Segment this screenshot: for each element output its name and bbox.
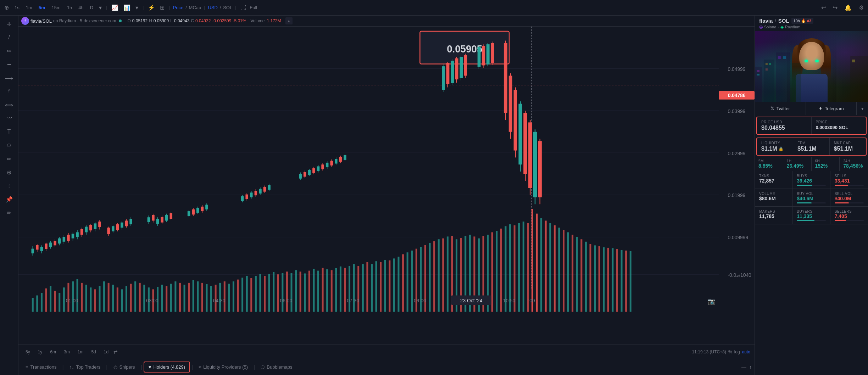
auto-button[interactable]: auto — [742, 349, 750, 354]
svg-rect-204 — [156, 219, 159, 224]
timeframe-3m-button[interactable]: 3m — [61, 348, 73, 356]
mktcap-cell: MKT CAP $51.1M — [830, 138, 866, 155]
svg-rect-29 — [72, 281, 74, 312]
emoji-tool[interactable]: ☺ — [4, 140, 15, 151]
price-mode-button[interactable]: Price — [173, 5, 184, 10]
pin-tool[interactable]: 📌 — [4, 194, 15, 205]
pct-button[interactable]: % — [728, 349, 732, 354]
currency-sol-button[interactable]: SOL — [223, 5, 232, 10]
tab-lp-label: Liquidity Providers (5) — [203, 364, 248, 370]
svg-rect-0 — [18, 27, 755, 345]
svg-rect-172 — [67, 235, 70, 241]
collapse-button[interactable]: ∧ — [285, 17, 293, 24]
brush-tool[interactable]: 〰 — [4, 113, 15, 124]
currency-usd-button[interactable]: USD — [208, 5, 217, 10]
timeframe-d-button[interactable]: D — [88, 4, 95, 12]
draw-tool[interactable]: ✏ — [4, 45, 15, 57]
tab-holders[interactable]: ♥ Holders (4,829) — [144, 362, 190, 373]
svg-rect-30 — [77, 279, 78, 312]
ohlc-low-val: 0.04943 — [174, 18, 189, 23]
zoom-tool[interactable]: ⊕ — [4, 167, 15, 178]
timeframe-4h-button[interactable]: 4h — [76, 4, 85, 12]
cursor-tool[interactable]: ✛ — [4, 18, 15, 30]
fib-tool[interactable]: 𝔣 — [4, 86, 15, 97]
abc-tool[interactable]: T — [4, 126, 15, 138]
timeframe-dropdown-button[interactable]: ▾ — [98, 3, 103, 12]
svg-rect-125 — [500, 229, 502, 312]
ray-tool[interactable]: ⟶ — [4, 72, 15, 84]
chart-type-candle-button[interactable]: 📊 — [122, 3, 132, 12]
trend-line-tool[interactable]: / — [4, 32, 15, 43]
svg-rect-230 — [259, 189, 262, 194]
svg-text::00: :00 — [528, 298, 535, 303]
timeframe-5m-button[interactable]: 5m — [37, 4, 48, 12]
full-button[interactable]: Full — [250, 5, 257, 10]
fullscreen-icon[interactable]: ⛶ — [239, 3, 247, 12]
timeframe-1m-button[interactable]: 1m — [24, 4, 34, 12]
chart-type-dropdown-button[interactable]: ▾ — [134, 3, 140, 12]
templates-button[interactable]: ⊞ — [158, 3, 166, 12]
measure-tool[interactable]: ⟺ — [4, 99, 15, 111]
compare-button[interactable]: ⇄ — [113, 349, 118, 355]
svg-rect-153 — [625, 251, 627, 312]
svg-rect-53 — [179, 283, 181, 312]
tab-liquidity-providers[interactable]: ≈ Liquidity Providers (5) — [194, 362, 252, 372]
svg-rect-36 — [103, 281, 105, 312]
mcap-mode-button[interactable]: MCap — [189, 5, 201, 10]
timeframe-1d-button[interactable]: 1d — [101, 348, 111, 356]
chart-type-line-button[interactable]: 📈 — [110, 3, 120, 12]
svg-rect-168 — [58, 239, 61, 244]
svg-rect-136 — [549, 223, 551, 312]
price-stats-box: PRICE USD $0.04855 PRICE 0.0003090 SOL — [756, 117, 867, 135]
svg-rect-139 — [563, 230, 564, 312]
timeframe-1s-button[interactable]: 1s — [12, 4, 22, 12]
svg-rect-158 — [36, 245, 39, 250]
svg-rect-80 — [300, 272, 301, 312]
svg-rect-134 — [540, 218, 542, 312]
collapse-panel-button[interactable]: — — [741, 364, 746, 370]
timeframe-5y-button[interactable]: 5y — [23, 348, 33, 356]
svg-rect-38 — [112, 285, 114, 312]
tab-transactions[interactable]: ≡ Transactions — [21, 362, 61, 372]
more-tools[interactable]: ✏ — [4, 207, 15, 218]
undo-button[interactable]: ↩ — [820, 3, 827, 12]
svg-rect-216 — [196, 208, 199, 213]
svg-rect-212 — [188, 211, 190, 216]
tab-snipers[interactable]: ◎ Snipers — [109, 362, 139, 372]
scroll-tool[interactable]: ↕ — [4, 180, 15, 191]
svg-rect-52 — [174, 281, 176, 312]
svg-rect-123 — [491, 232, 493, 312]
svg-rect-105 — [411, 251, 413, 312]
indicator-button[interactable]: ⚡ — [146, 3, 156, 12]
chart-container[interactable]: 0.05905 0.04999 0.03999 0.02999 0.01999 … — [18, 27, 755, 345]
price-usd-cell: PRICE USD $0.04855 — [757, 117, 812, 134]
social-expand-button[interactable]: ▾ — [857, 102, 868, 115]
tab-top-traders[interactable]: ↑↓ Top Traders — [65, 362, 105, 372]
alerts-button[interactable]: 🔔 — [843, 3, 853, 12]
log-button[interactable]: log — [734, 349, 740, 354]
svg-rect-200 — [148, 217, 150, 222]
expand-panel-button[interactable]: ↑ — [749, 364, 752, 370]
buyvol-value: $40.6M — [797, 196, 825, 201]
tab-bubblemaps[interactable]: ⬡ Bubblemaps — [256, 362, 296, 372]
timeframe-1h-button[interactable]: 1h — [65, 4, 74, 12]
left-sidebar: ✛ / ✏ ━ ⟶ 𝔣 ⟺ 〰 T ☺ ✏ ⊕ ↕ 📌 ✏ — [0, 16, 18, 375]
svg-rect-190 — [112, 226, 115, 231]
svg-rect-39 — [117, 287, 118, 312]
redo-button[interactable]: ↪ — [831, 3, 839, 12]
timeframe-5d-button[interactable]: 5d — [88, 348, 99, 356]
makers-value: 11,785 — [759, 213, 788, 219]
magnet-tool[interactable]: ✏ — [4, 153, 15, 164]
telegram-button[interactable]: ✈ Telegram — [806, 102, 857, 115]
timeframe-1m-button[interactable]: 1m — [75, 348, 87, 356]
timeframe-15m-button[interactable]: 15m — [50, 4, 63, 12]
add-symbol-button[interactable]: ⊕ — [3, 3, 10, 12]
bubblemaps-icon: ⬡ — [261, 364, 265, 370]
twitter-button[interactable]: 𝕏 Twitter — [755, 102, 806, 115]
horizontal-line-tool[interactable]: ━ — [4, 59, 15, 70]
timeframe-6m-button[interactable]: 6m — [47, 348, 59, 356]
timeframe-1y-button[interactable]: 1y — [35, 348, 45, 356]
settings-button[interactable]: ⚙ — [857, 3, 865, 12]
mktcap-label: MKT CAP — [834, 141, 862, 145]
token-platform: on Raydium — [53, 18, 76, 23]
